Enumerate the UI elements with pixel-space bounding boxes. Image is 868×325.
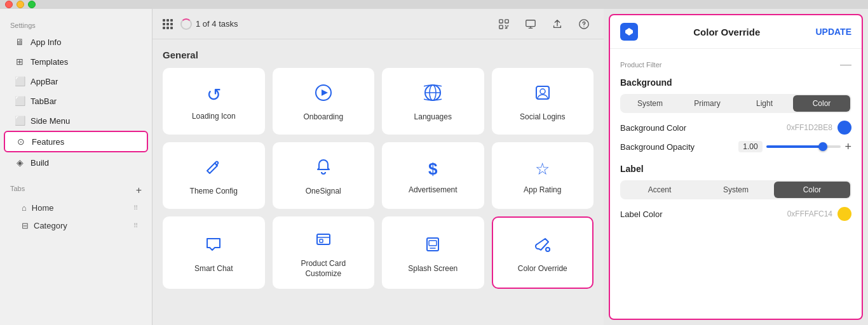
- card-loading-icon[interactable]: ↺ Loading Icon: [163, 68, 265, 135]
- background-title: Background: [620, 77, 851, 88]
- card-label: Theme Config: [190, 187, 238, 197]
- close-button[interactable]: [5, 1, 13, 8]
- label-title: Label: [620, 164, 851, 174]
- label-color-btn[interactable]: Color: [774, 182, 850, 198]
- card-onesignal[interactable]: OneSignal: [273, 142, 375, 209]
- background-section: Background System Primary Light Color Ba…: [620, 77, 851, 152]
- sidebar-item-label: Side Menu: [31, 116, 70, 126]
- toolbar: 1 of 4 tasks: [153, 9, 604, 39]
- card-label: Loading Icon: [192, 112, 236, 122]
- sidebar-item-label: AppBar: [31, 77, 58, 86]
- main-content: 1 of 4 tasks General ↺ Loa: [153, 9, 604, 325]
- category-dots-icon: ⠿: [133, 222, 138, 229]
- svg-point-9: [583, 26, 584, 27]
- card-label: Languages: [414, 112, 452, 123]
- opacity-plus-btn[interactable]: +: [844, 141, 851, 152]
- features-icon: ⊙: [15, 136, 27, 147]
- card-label: Advertisement: [409, 185, 458, 196]
- sidebar-tab-home[interactable]: ⌂ Home ⠿: [4, 199, 148, 216]
- card-social-logins[interactable]: Social Logins: [492, 68, 594, 135]
- sidebar-item-build[interactable]: ◈ Build: [4, 153, 148, 172]
- onboarding-icon: [315, 84, 332, 106]
- opacity-value: 1.00: [738, 141, 763, 152]
- opacity-slider-container: 1.00 +: [738, 141, 851, 152]
- sidebar-item-tabbar[interactable]: ⬜ TabBar: [4, 91, 148, 110]
- svg-rect-2: [499, 25, 503, 28]
- svg-point-15: [540, 89, 545, 94]
- bg-system-btn[interactable]: System: [621, 95, 679, 112]
- section-title: General: [163, 50, 593, 60]
- svg-marker-11: [322, 90, 328, 96]
- panel-logo: [620, 23, 638, 41]
- qr-button[interactable]: [494, 15, 513, 34]
- sidebar-item-app-info[interactable]: 🖥 App Info: [4, 32, 148, 51]
- bg-color-picker[interactable]: [837, 121, 851, 135]
- cards-grid: ↺ Loading Icon Onboarding Languages: [163, 68, 593, 289]
- tabbar-icon: ⬜: [14, 96, 25, 106]
- sidebar-item-appbar[interactable]: ⬜ AppBar: [4, 72, 148, 91]
- card-advertisement[interactable]: $ Advertisement: [382, 142, 484, 209]
- monitor-button[interactable]: [521, 15, 540, 34]
- add-tab-button[interactable]: +: [136, 185, 142, 196]
- grid-menu-icon[interactable]: [163, 19, 173, 29]
- label-color-picker[interactable]: [837, 207, 851, 221]
- card-label: Product Card Customize: [301, 259, 346, 279]
- theme-config-icon: [205, 158, 222, 180]
- card-label: Splash Screen: [408, 264, 458, 274]
- card-splash-screen[interactable]: Splash Screen: [382, 216, 484, 289]
- sidebar-tab-category[interactable]: ⊟ Category ⠿: [4, 217, 148, 234]
- panel-header: Color Override UPDATE: [610, 15, 862, 49]
- svg-rect-3: [506, 26, 508, 27]
- product-filter-label: Product Filter: [620, 61, 661, 69]
- app-rating-icon: ☆: [535, 159, 550, 179]
- svg-rect-4: [505, 25, 506, 26]
- grid-icon: ⊞: [14, 56, 25, 67]
- svg-rect-6: [505, 27, 508, 29]
- tabs-label: Tabs: [10, 185, 25, 196]
- bg-primary-btn[interactable]: Primary: [679, 95, 736, 112]
- bg-color-row: Background Color 0xFF1D2BE8: [620, 121, 851, 135]
- bg-color-btn[interactable]: Color: [793, 95, 850, 112]
- card-onboarding[interactable]: Onboarding: [273, 68, 375, 135]
- bg-opacity-row: Background Opacity 1.00 +: [620, 141, 851, 152]
- sidebar-item-label: Features: [32, 137, 64, 147]
- title-bar: [0, 0, 868, 9]
- category-icon: ⊟: [22, 221, 29, 230]
- product-card-icon: [315, 230, 332, 253]
- card-languages[interactable]: Languages: [382, 68, 484, 135]
- bg-color-label: Background Color: [620, 123, 782, 133]
- card-label: Social Logins: [520, 112, 565, 123]
- collapse-button[interactable]: —: [840, 58, 851, 71]
- sidebar-item-templates[interactable]: ⊞ Templates: [4, 52, 148, 71]
- background-btn-group: System Primary Light Color: [620, 94, 851, 113]
- task-info: 1 of 4 tasks: [180, 18, 238, 30]
- sidebar-item-label: App Info: [31, 37, 61, 47]
- sidebar-item-features[interactable]: ⊙ Features: [4, 131, 148, 152]
- maximize-button[interactable]: [28, 1, 36, 8]
- sidebar-item-side-menu[interactable]: ⬜ Side Menu: [4, 111, 148, 130]
- bg-light-btn[interactable]: Light: [736, 95, 793, 112]
- label-color-value: 0xFFFAFC14: [787, 209, 832, 218]
- card-theme-config[interactable]: Theme Config: [163, 142, 265, 209]
- appbar-icon: ⬜: [14, 76, 25, 86]
- label-accent-btn[interactable]: Accent: [621, 182, 698, 198]
- minimize-button[interactable]: [17, 1, 24, 8]
- card-product-card-customize[interactable]: Product Card Customize: [273, 216, 375, 289]
- splash-screen-icon: [424, 235, 442, 258]
- label-system-btn[interactable]: System: [698, 182, 774, 198]
- panel-title: Color Override: [644, 27, 809, 37]
- svg-rect-16: [317, 234, 330, 244]
- svg-rect-5: [507, 25, 508, 26]
- update-button[interactable]: UPDATE: [815, 27, 851, 37]
- card-smart-chat[interactable]: Smart Chat: [163, 216, 265, 289]
- help-button[interactable]: [574, 15, 593, 34]
- sidebar-item-label: Templates: [31, 57, 68, 67]
- label-btn-group: Accent System Color: [620, 180, 851, 199]
- card-color-override[interactable]: Color Override: [492, 216, 594, 289]
- card-label: Smart Chat: [194, 264, 233, 274]
- opacity-slider[interactable]: [766, 145, 841, 148]
- card-app-rating[interactable]: ☆ App Rating: [492, 142, 594, 209]
- share-button[interactable]: [548, 15, 567, 34]
- sidebar-item-label: TabBar: [31, 96, 57, 106]
- card-label: Onboarding: [303, 112, 343, 123]
